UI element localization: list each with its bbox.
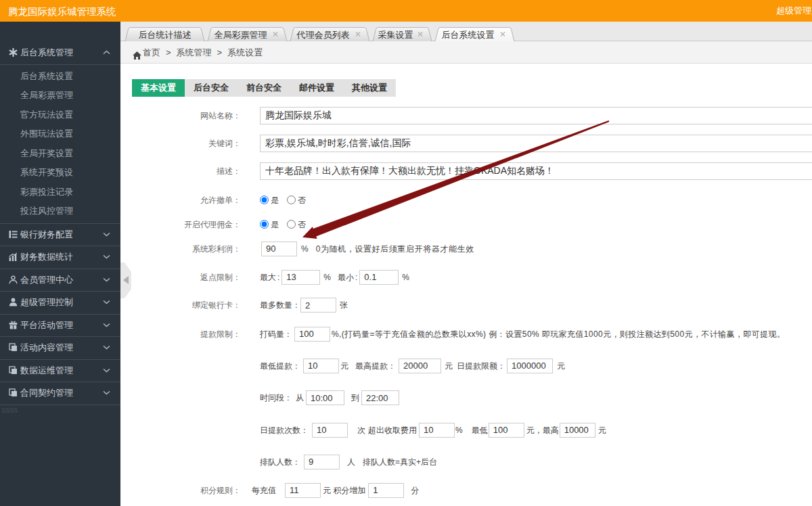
svg-text:采集设置: 采集设置	[378, 30, 413, 40]
svg-text:后台系统设置: 后台系统设置	[442, 30, 495, 40]
svg-text:代理会员列表: 代理会员列表	[296, 30, 350, 40]
svg-text:后台统计描述: 后台统计描述	[139, 30, 191, 40]
svg-text:全局彩票管理: 全局彩票管理	[215, 30, 267, 40]
